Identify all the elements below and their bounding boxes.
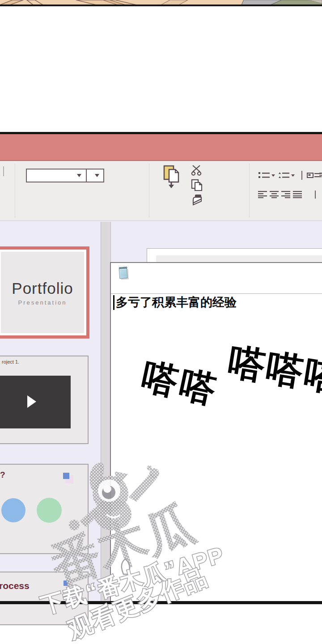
notepad-icon	[117, 266, 130, 281]
ribbon-cut-icon	[319, 173, 322, 174]
ribbon-toolbar	[0, 161, 322, 221]
play-icon	[27, 395, 36, 408]
slide-subtitle-text: Presentation	[18, 299, 67, 306]
group-separator	[301, 171, 302, 180]
previous-panel-art	[0, 0, 322, 6]
chart-circle-green	[37, 498, 62, 523]
panel-scrollbar[interactable]	[101, 222, 111, 601]
chart-circle-blue	[1, 498, 25, 522]
align-right-button[interactable]	[281, 191, 291, 198]
font-name-dropdown[interactable]	[26, 169, 104, 182]
text-cursor	[113, 295, 114, 310]
group-separator	[315, 191, 316, 199]
ribbon-cut-element	[3, 166, 4, 176]
ribbon-separator	[149, 163, 149, 218]
slide-label-text: rocess	[0, 580, 30, 591]
deco-square-blue	[63, 473, 69, 479]
copy-button[interactable]	[191, 178, 203, 192]
slide-thumbnail-1-content: Portfolio Presentation	[1, 252, 84, 333]
panel-border-top	[0, 132, 322, 134]
format-painter-button[interactable]	[191, 193, 203, 206]
notepad-toolbar-separator	[111, 293, 322, 294]
bullets-button[interactable]	[258, 171, 275, 179]
ribbon-cut-icon	[319, 175, 322, 176]
cut-button[interactable]	[191, 165, 202, 176]
slide-label-text: roject 1.	[2, 359, 19, 364]
align-left-button[interactable]	[258, 191, 268, 198]
ribbon-separator	[249, 163, 250, 218]
chevron-down-icon[interactable]	[95, 174, 99, 179]
slide-label-text: ?	[0, 470, 5, 480]
comic-page: Portfolio Presentation roject 1. ? roces…	[0, 0, 322, 644]
chevron-down-icon[interactable]	[77, 174, 81, 179]
notepad-text-area[interactable]: 多亏了积累丰富的经验	[113, 295, 237, 310]
app-title-bar	[0, 134, 322, 161]
numbering-button[interactable]	[277, 171, 295, 179]
slide-thumbnail-1[interactable]: Portfolio Presentation	[0, 246, 89, 339]
slide-title-text: Portfolio	[12, 280, 73, 297]
slide-thumbnail-4[interactable]: rocess	[0, 572, 89, 625]
ribbon-separator	[15, 163, 15, 218]
notepad-window[interactable]: 多亏了积累丰富的经验	[110, 262, 322, 601]
justify-button[interactable]	[293, 191, 303, 198]
deco-square-blue	[64, 580, 69, 586]
notepad-typed-text: 多亏了积累丰富的经验	[116, 295, 237, 310]
align-center-button[interactable]	[270, 191, 280, 198]
panel-border-bottom	[0, 601, 322, 604]
dropdown-divider	[86, 169, 87, 182]
paste-button[interactable]	[162, 165, 182, 190]
